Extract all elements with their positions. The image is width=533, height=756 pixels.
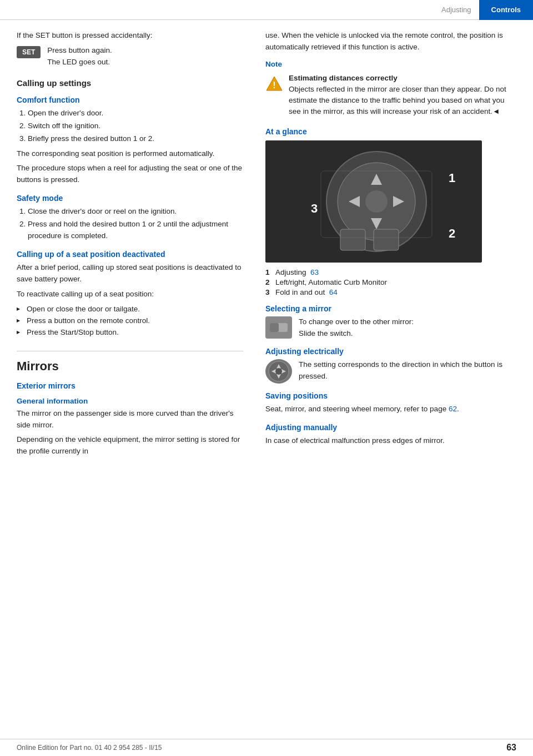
safety-step-2: Press and hold the desired button 1 or 2… (28, 219, 243, 242)
set-button-row: SET Press button again. The LED goes out… (17, 45, 243, 68)
note-box: ! Estimating distances correctly Objects… (265, 74, 510, 119)
comfort-step-2: Switch off the ignition. (28, 120, 243, 132)
note-content: Estimating distances correctly Objects r… (289, 74, 510, 119)
adjusting-electrically-heading: Adjusting electrically (265, 347, 510, 356)
general-information-heading: General information (17, 397, 243, 405)
set-instructions: Press button again. The LED goes out. (47, 45, 112, 68)
adjusting-manually-heading: Adjusting manually (265, 423, 510, 432)
saving-text-content: Seat, mirror, and steering wheel memory,… (265, 405, 446, 413)
right-column: use. When the vehicle is unlocked via th… (255, 30, 522, 461)
selecting-mirror-heading: Selecting a mirror (265, 304, 510, 313)
legend-item-2: 2 Left/right, Automatic Curb Monitor (265, 278, 510, 286)
page-header: Adjusting Controls (0, 0, 533, 20)
saving-period: . (457, 405, 459, 413)
header-controls-label: Controls (479, 0, 533, 20)
note-heading: Note (265, 60, 510, 68)
adjusting-electrically-icon (265, 359, 292, 384)
general-text2: Depending on the vehicle equipment, the … (17, 434, 243, 457)
reactivate-list: Open or close the door or tailgate. Pres… (17, 304, 243, 339)
legend-label-2: Left/right, Automatic Curb Monitor (275, 278, 387, 286)
legend-list: 1 Adjusting 63 2 Left/right, Automatic C… (265, 268, 510, 296)
left-column: If the SET button is pressed accidentall… (0, 30, 255, 461)
adjusting-electrically-row: The setting corresponds to the direction… (265, 359, 510, 384)
legend-link-3[interactable]: 64 (329, 288, 338, 296)
legend-label-1: Adjusting 63 (275, 268, 319, 276)
set-instruction-2: The LED goes out. (47, 57, 112, 68)
footer-page-number: 63 (506, 743, 516, 753)
intro-text: If the SET button is pressed accidentall… (17, 30, 243, 42)
svg-rect-14 (374, 229, 399, 250)
note-text: Objects reflected in the mirror are clos… (289, 84, 510, 118)
mirror-switch-icon (265, 316, 292, 339)
saving-positions-text: Seat, mirror, and steering wheel memory,… (265, 404, 510, 415)
svg-text:1: 1 (449, 171, 455, 185)
svg-point-23 (275, 368, 282, 375)
safety-steps-list: Close the driver's door or reel on the i… (28, 206, 243, 242)
calling-up-text2: To reactivate calling up of a seat posit… (17, 289, 243, 300)
comfort-step-1: Open the driver's door. (28, 108, 243, 119)
legend-num-2: 2 (265, 278, 275, 286)
set-instruction-1: Press button again. (47, 45, 112, 57)
calling-up-seat-heading: Calling up of a seat position deactivate… (17, 250, 243, 259)
selecting-mirror-row: To change over to the other mirror: Slid… (265, 316, 510, 340)
at-a-glance-heading: At a glance (265, 127, 510, 136)
comfort-text2: The procedure stops when a reel for adju… (17, 163, 243, 186)
warning-icon: ! (265, 75, 283, 93)
comfort-text1: The corresponding seat position is perfo… (17, 148, 243, 160)
footer-edition-text: Online Edition for Part no. 01 40 2 954 … (17, 744, 162, 752)
svg-rect-17 (270, 323, 279, 332)
mirror-image: 1 2 3 (265, 140, 482, 263)
legend-item-1: 1 Adjusting 63 (265, 268, 510, 276)
svg-text:2: 2 (449, 226, 455, 240)
set-button-box: SET (17, 46, 41, 58)
legend-num-3: 3 (265, 288, 275, 296)
reactivate-item-1: Open or close the door or tailgate. (17, 304, 243, 315)
svg-point-9 (365, 190, 388, 213)
legend-item-3: 3 Fold in and out 64 (265, 288, 510, 296)
adjusting-manually-text: In case of electrical malfunction press … (265, 435, 510, 447)
header-adjusting-label: Adjusting (434, 6, 479, 14)
adjusting-electrically-text: The setting corresponds to the direction… (299, 359, 510, 382)
saving-positions-heading: Saving positions (265, 391, 510, 400)
safety-step-1: Close the driver's door or reel on the i… (28, 206, 243, 218)
svg-text:3: 3 (311, 201, 318, 215)
selecting-mirror-text2: Slide the switch. (299, 328, 414, 340)
svg-text:!: ! (273, 80, 275, 90)
comfort-step-3: Briefly press the desired button 1 or 2. (28, 133, 243, 145)
reactivate-item-3: Press the Start/Stop button. (17, 327, 243, 339)
reactivate-item-2: Press a button on the remote control. (17, 315, 243, 327)
safety-mode-heading: Safety mode (17, 194, 243, 203)
note-title: Estimating distances correctly (289, 74, 510, 82)
main-content: If the SET button is pressed accidentall… (0, 20, 533, 461)
general-text1: The mirror on the passenger side is more… (17, 408, 243, 431)
selecting-mirror-text: To change over to the other mirror: Slid… (299, 316, 414, 340)
exterior-mirrors-heading: Exterior mirrors (17, 381, 243, 390)
comfort-steps-list: Open the driver's door. Switch off the i… (28, 108, 243, 145)
comfort-function-heading: Comfort function (17, 95, 243, 104)
calling-up-text1: After a brief period, calling up stored … (17, 262, 243, 285)
mirrors-heading: Mirrors (17, 351, 243, 374)
right-intro-text: use. When the vehicle is unlocked via th… (265, 30, 510, 53)
page-footer: Online Edition for Part no. 01 40 2 954 … (0, 739, 533, 756)
legend-link-1[interactable]: 63 (310, 268, 319, 276)
selecting-mirror-text1: To change over to the other mirror: (299, 316, 414, 328)
saving-positions-link[interactable]: 62 (449, 405, 457, 413)
legend-label-3: Fold in and out 64 (275, 288, 338, 296)
svg-rect-13 (340, 229, 365, 250)
calling-up-settings-heading: Calling up settings (17, 78, 243, 88)
legend-num-1: 1 (265, 268, 275, 276)
